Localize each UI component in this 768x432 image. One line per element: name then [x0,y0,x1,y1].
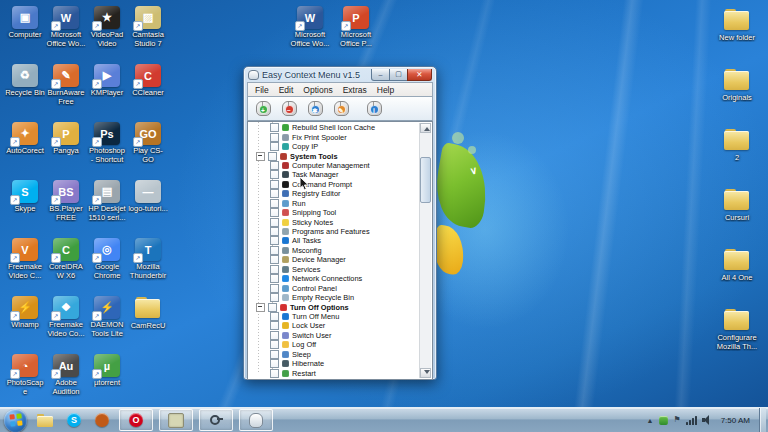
desktop-icon-folder-2[interactable]: 2 [713,128,761,162]
log-off-checkbox[interactable] [270,340,279,349]
tree-group-system-tools[interactable]: System Tools [249,151,420,160]
desktop-icon-play-cs-go[interactable]: GO↗Play CS-GO [128,122,168,164]
desktop-icon-camtasia-studio-7[interactable]: ▨↗Camtasia Studio 7 [128,6,168,48]
firefox-button[interactable] [91,410,113,430]
turn-off-options-checkbox[interactable] [268,303,277,312]
run-checkbox[interactable] [270,199,279,208]
turn-off-menu-checkbox[interactable] [270,312,279,321]
sleep-checkbox[interactable] [270,350,279,359]
desktop-icon-microsoft-office-powerpoint[interactable]: P↗Microsoft Office P... [334,6,378,48]
maximize-button[interactable]: ▢ [390,69,407,81]
menu-extras[interactable]: Extras [338,85,372,95]
tree-item-run[interactable]: Run [249,199,420,208]
hibernate-checkbox[interactable] [270,359,279,368]
desktop-icon-bs-player-free[interactable]: BS↗BS.Player FREE [46,180,86,222]
desktop-icon-computer[interactable]: ▣Computer [5,6,45,39]
menu-edit[interactable]: Edit [274,85,299,95]
menu-help[interactable]: Help [372,85,399,95]
opera-button[interactable]: O [119,409,153,431]
tree-item-computer-management[interactable]: Computer Management [249,161,420,170]
tree-item-device-manager[interactable]: Device Manager [249,255,420,264]
all-tasks-checkbox[interactable] [270,236,279,245]
rebuild-shell-icon-cache-checkbox[interactable] [270,123,279,132]
desktop-icon-daemon-tools-lite[interactable]: ⚡↗DAEMON Tools Lite [87,296,127,338]
task-manager-checkbox[interactable] [270,170,279,179]
utorrent-tray-icon[interactable] [659,416,668,425]
snipping-tool-checkbox[interactable] [270,208,279,217]
tree-item-switch-user[interactable]: Switch User [249,331,420,340]
action-center-flag-icon[interactable]: ⚑ [673,415,680,425]
disable-entries-button[interactable]: − [277,99,301,119]
tree-item-restart[interactable]: Restart [249,368,420,377]
desktop-icon-microsoft-office-word[interactable]: W↗Microsoft Office Wo... [46,6,86,48]
switch-user-checkbox[interactable] [270,331,279,340]
desktop-icon-adobe-audition[interactable]: Au↗Adobe Audition CC [46,354,86,397]
desktop-icon-utorrent[interactable]: µ↗µtorrent [87,354,127,387]
desktop-icon-burnaware-free[interactable]: ✎↗BurnAware Free [46,64,86,106]
tree-item-turn-off-menu[interactable]: Turn Off Menu [249,312,420,321]
tree-item-task-manager[interactable]: Task Manager [249,170,420,179]
desktop-icon-hp-deskjet-1510[interactable]: ▤↗HP Deskjet 1510 seri... [87,180,127,222]
cleaner-button[interactable]: ✎ [329,99,353,119]
show-desktop-button[interactable] [759,408,766,432]
tree-item-programs-and-features[interactable]: Programs and Features [249,227,420,236]
desktop-icon-freemake-video-converter[interactable]: V↗Freemake Video C... [5,238,45,280]
settings-button[interactable]: ✱ [303,99,327,119]
windows-explorer-button[interactable] [33,410,57,430]
desktop-icon-mozilla-thunderbird[interactable]: T↗Mozilla Thunderbird [128,238,168,281]
tree-item-copy-ip[interactable]: Copy IP [249,142,420,151]
skype-button[interactable]: S [63,410,85,430]
key-manager-button[interactable] [199,409,233,431]
tree-item-log-off[interactable]: Log Off [249,340,420,349]
services-checkbox[interactable] [270,265,279,274]
desktop-icon-freemake-video-co[interactable]: ❖↗Freemake Video Co... [46,296,86,338]
network-icon[interactable] [686,416,697,425]
desktop-icon-autocorect[interactable]: ✦↗AutoCorect [5,122,45,155]
desktop-icon-logo-tutorial[interactable]: —logo-tutori... [128,180,168,213]
tree-item-hibernate[interactable]: Hibernate [249,359,420,368]
scrollbar-thumb[interactable] [420,157,431,203]
restart-checkbox[interactable] [270,369,279,378]
desktop-icon-coreldraw-x6[interactable]: C↗CorelDRAW X6 [46,238,86,280]
clock[interactable]: 7:50 AM [717,416,754,425]
show-hidden-icons-button[interactable]: ▲ [646,417,655,424]
network-connections-checkbox[interactable] [270,274,279,283]
tree-item-control-panel[interactable]: Control Panel [249,283,420,292]
tree-item-empty-recycle-bin[interactable]: Empty Recycle Bin [249,293,420,302]
minimize-button[interactable]: – [371,69,390,81]
close-button[interactable]: ✕ [407,69,432,81]
fix-print-spooler-checkbox[interactable] [270,133,279,142]
scroll-up-button[interactable] [420,123,431,133]
volume-icon[interactable] [702,415,712,425]
msconfig-checkbox[interactable] [270,246,279,255]
tree-item-sleep[interactable]: Sleep [249,350,420,359]
empty-recycle-bin-checkbox[interactable] [270,293,279,302]
vertical-scrollbar[interactable] [419,123,431,378]
tree-item-network-connections[interactable]: Network Connections [249,274,420,283]
window-titlebar[interactable]: Easy Context Menu v1.5 –▢✕ [247,67,433,82]
control-panel-checkbox[interactable] [270,284,279,293]
desktop-icon-cursuri-folder[interactable]: Cursuri [713,188,761,222]
desktop-icon-skype[interactable]: S↗Skype [5,180,45,213]
desktop-icon-microsoft-office-word-2[interactable]: W↗Microsoft Office Wo... [288,6,332,48]
tree-item-msconfig[interactable]: Msconfig [249,246,420,255]
collapse-toggle-icon[interactable] [256,152,265,161]
menu-file[interactable]: File [250,85,274,95]
programs-and-features-checkbox[interactable] [270,227,279,236]
desktop-icon-pangya[interactable]: P↗Pangya [46,122,86,155]
desktop-icon-ccleaner[interactable]: C↗CCleaner [128,64,168,97]
desktop-icon-videopad-video-editor[interactable]: ★↗VideoPad Video Editor [87,6,127,49]
tree-item-sticky-notes[interactable]: Sticky Notes [249,217,420,226]
desktop-icon-all-4-one-folder[interactable]: All 4 One [713,248,761,282]
desktop-icon-kmplayer[interactable]: ▶↗KMPlayer [87,64,127,97]
tree-item-fix-print-spooler[interactable]: Fix Print Spooler [249,132,420,141]
tree-item-all-tasks[interactable]: All Tasks [249,236,420,245]
tree-item-services[interactable]: Services [249,265,420,274]
registry-editor-checkbox[interactable] [270,189,279,198]
copy-ip-checkbox[interactable] [270,142,279,151]
desktop-icon-photoshop-shortcut[interactable]: Ps↗Photoshop - Shortcut [87,122,127,164]
tree-item-registry-editor[interactable]: Registry Editor [249,189,420,198]
desktop-icon-google-chrome[interactable]: ◎↗Google Chrome [87,238,127,280]
desktop-icon-configurare-mozilla-folder[interactable]: Configurare Mozilla Th... [713,308,761,351]
desktop-icon-new-folder[interactable]: New folder [713,8,761,42]
